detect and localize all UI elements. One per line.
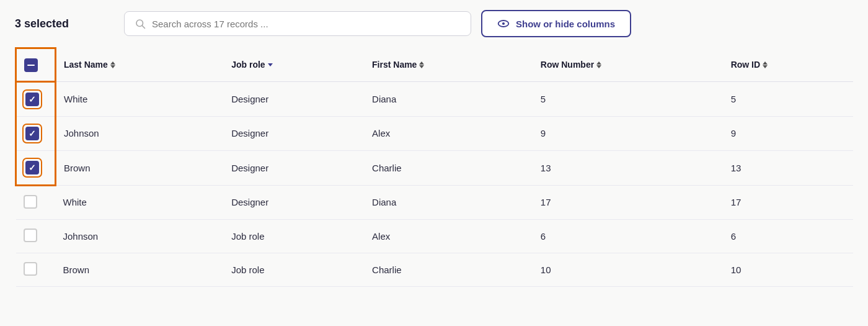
cell-row-id: 5 — [724, 81, 853, 116]
cell-row-number: 17 — [533, 185, 724, 219]
header-last-name[interactable]: Last Name — [56, 48, 224, 82]
cell-job-role: Designer — [224, 116, 365, 150]
sort-icon-row-number — [596, 61, 601, 68]
row-checkbox-cell — [16, 185, 56, 219]
table-row: WhiteDesignerDiana55 — [16, 81, 854, 116]
table-header-row: Last Name Job role — [16, 48, 854, 82]
svg-point-3 — [502, 22, 505, 25]
row-checkbox[interactable] — [24, 262, 37, 276]
cell-first-name: Charlie — [365, 150, 533, 185]
cell-last-name: Brown — [56, 150, 224, 185]
row-checkbox[interactable] — [24, 195, 37, 209]
cell-last-name: Brown — [56, 253, 224, 286]
cell-first-name: Diana — [365, 81, 533, 116]
cell-job-role: Designer — [224, 150, 365, 185]
cell-last-name: Johnson — [56, 219, 224, 253]
cell-job-role: Designer — [224, 185, 365, 219]
table-row: JohnsonJob roleAlex66 — [16, 219, 854, 253]
sort-icon-job-role — [268, 63, 273, 66]
row-checkbox[interactable] — [24, 229, 37, 242]
table-row: WhiteDesignerDiana1717 — [16, 185, 854, 219]
row-checkbox-cell — [16, 150, 56, 185]
row-checkbox-cell — [16, 253, 56, 286]
row-checkbox-cell — [16, 219, 56, 253]
cell-row-id: 6 — [724, 219, 853, 253]
search-box[interactable] — [124, 11, 471, 36]
search-input[interactable] — [152, 19, 461, 29]
row-checkbox[interactable] — [25, 161, 39, 174]
header-first-name[interactable]: First Name — [365, 48, 533, 82]
toolbar: 3 selected Show or hide columns — [0, 0, 868, 47]
cell-last-name: Johnson — [56, 116, 224, 150]
cell-row-number: 5 — [533, 81, 724, 116]
cell-last-name: White — [56, 81, 224, 116]
cell-first-name: Alex — [365, 219, 533, 253]
cell-job-role: Job role — [224, 219, 365, 253]
cell-last-name: White — [56, 185, 224, 219]
row-checkbox-cell — [16, 116, 56, 150]
show-columns-label: Show or hide columns — [516, 19, 615, 29]
header-job-role[interactable]: Job role — [224, 48, 365, 82]
sort-icon-last-name — [110, 61, 115, 68]
show-columns-button[interactable]: Show or hide columns — [481, 10, 631, 37]
selected-count: 3 selected — [15, 17, 114, 30]
search-icon — [135, 18, 146, 29]
cell-row-number: 13 — [533, 150, 724, 185]
sort-icon-row-id — [763, 61, 768, 68]
search-wrapper — [124, 11, 471, 36]
table-row: BrownJob roleCharlie1010 — [16, 253, 854, 286]
row-checkbox[interactable] — [25, 127, 39, 140]
cell-row-id: 9 — [724, 116, 853, 150]
indeterminate-checkbox[interactable] — [24, 58, 38, 72]
cell-row-number: 6 — [533, 219, 724, 253]
cell-job-role: Designer — [224, 81, 365, 116]
table-row: BrownDesignerCharlie1313 — [16, 150, 854, 185]
row-checkbox-cell — [16, 81, 56, 116]
svg-line-1 — [142, 25, 144, 28]
cell-first-name: Charlie — [365, 253, 533, 286]
data-table: Last Name Job role — [15, 47, 853, 287]
cell-row-id: 13 — [724, 150, 853, 185]
cell-row-id: 17 — [724, 185, 853, 219]
table-area: Last Name Job role — [0, 47, 868, 302]
cell-job-role: Job role — [224, 253, 365, 286]
table-row: JohnsonDesignerAlex99 — [16, 116, 854, 150]
cell-row-id: 10 — [724, 253, 853, 286]
header-row-id[interactable]: Row ID — [724, 48, 853, 82]
cell-first-name: Alex — [365, 116, 533, 150]
header-checkbox[interactable] — [16, 48, 56, 82]
cell-row-number: 10 — [533, 253, 724, 286]
header-row-number[interactable]: Row Number — [533, 48, 724, 82]
sort-icon-first-name — [419, 61, 424, 68]
row-checkbox[interactable] — [25, 93, 39, 106]
cell-first-name: Diana — [365, 185, 533, 219]
eye-icon — [497, 17, 510, 30]
cell-row-number: 9 — [533, 116, 724, 150]
